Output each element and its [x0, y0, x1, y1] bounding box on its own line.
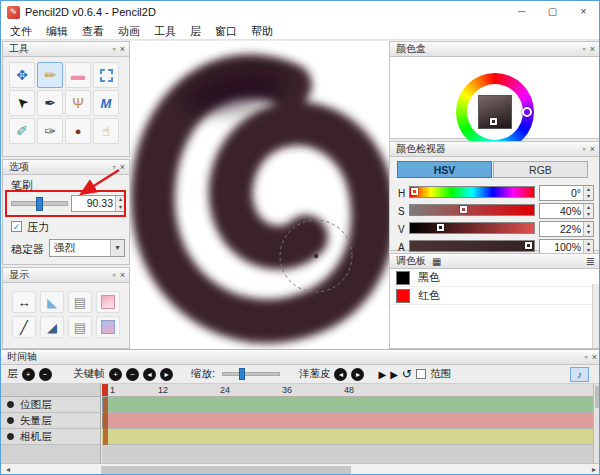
- menu-file[interactable]: 文件: [3, 23, 39, 40]
- palette-item-red[interactable]: 红色: [390, 287, 599, 305]
- frame-ruler[interactable]: 1 12 24 36 48: [102, 384, 593, 397]
- spin-arrows[interactable]: ▴▾: [583, 204, 593, 218]
- spin-up-icon[interactable]: ▴: [584, 204, 593, 211]
- overlay-angle-toggle[interactable]: ◣: [40, 291, 64, 313]
- track-vector[interactable]: [102, 413, 593, 429]
- hue-marker[interactable]: [522, 107, 532, 117]
- tool-cursor[interactable]: ➤: [9, 90, 35, 116]
- float-icon[interactable]: ▫: [113, 43, 116, 56]
- tool-pencil[interactable]: ✏: [37, 62, 63, 88]
- grid-view-icon[interactable]: ▦: [432, 256, 441, 267]
- mirror-v-toggle[interactable]: ╱: [12, 316, 36, 338]
- spin-up-icon[interactable]: ▴: [584, 186, 593, 193]
- onion-prev-button[interactable]: ◂: [334, 368, 347, 381]
- palette-scrollbar[interactable]: [592, 284, 599, 348]
- close-icon[interactable]: ×: [590, 43, 595, 56]
- tool-polyline[interactable]: M: [93, 90, 119, 116]
- range-checkbox[interactable]: [416, 369, 426, 379]
- layer-visibility-dot[interactable]: [7, 417, 14, 424]
- layer-row-camera[interactable]: 相机层: [1, 429, 100, 445]
- close-button[interactable]: ×: [568, 1, 599, 23]
- loop-icon[interactable]: ↺: [402, 367, 412, 381]
- saturation-slider[interactable]: [409, 204, 535, 216]
- hue-slider-marker[interactable]: [411, 188, 418, 195]
- track-bitmap[interactable]: [102, 397, 593, 413]
- alpha-slider[interactable]: [409, 240, 535, 252]
- scroll-left-icon[interactable]: ◂: [2, 464, 14, 475]
- tool-brush[interactable]: ●: [65, 118, 91, 144]
- vscroll-thumb[interactable]: [595, 386, 600, 408]
- spin-arrows[interactable]: ▴▾: [583, 240, 593, 254]
- tab-rgb[interactable]: RGB: [493, 161, 588, 178]
- onion-next-button[interactable]: ▸: [351, 368, 364, 381]
- maximize-button[interactable]: ▢: [537, 1, 568, 23]
- float-icon[interactable]: ▫: [585, 351, 588, 364]
- sv-marker[interactable]: [490, 118, 497, 125]
- hue-wheel[interactable]: [456, 73, 534, 151]
- play-end-button[interactable]: ▶: [390, 369, 398, 380]
- overlay-angle-toggle-2[interactable]: ◢: [40, 316, 64, 338]
- overlay-color-1[interactable]: [96, 291, 120, 313]
- add-keyframe-button[interactable]: +: [109, 368, 122, 381]
- tool-bucket[interactable]: ✑: [37, 118, 63, 144]
- remove-layer-button[interactable]: −: [39, 368, 52, 381]
- layer-visibility-dot[interactable]: [7, 401, 14, 408]
- value-slider-marker[interactable]: [437, 224, 444, 231]
- menu-window[interactable]: 窗口: [208, 23, 244, 40]
- add-layer-button[interactable]: +: [22, 368, 35, 381]
- spin-arrows[interactable]: ▴▾: [583, 186, 593, 200]
- track-camera[interactable]: [102, 429, 593, 445]
- playhead[interactable]: [102, 384, 108, 396]
- float-icon[interactable]: ▫: [583, 143, 586, 156]
- palette-item-black[interactable]: 黑色: [390, 269, 599, 287]
- spin-up-icon[interactable]: ▴: [584, 240, 593, 247]
- perspective-toggle-2[interactable]: ▤: [68, 316, 92, 338]
- layer-row-bitmap[interactable]: 位图层: [1, 397, 100, 413]
- tool-select[interactable]: [93, 62, 119, 88]
- hue-slider[interactable]: [409, 186, 535, 198]
- float-icon[interactable]: ▫: [583, 43, 586, 56]
- timeline-hscrollbar[interactable]: ◂ ▸: [1, 463, 600, 475]
- close-icon[interactable]: ×: [120, 269, 125, 282]
- hscroll-thumb[interactable]: [101, 466, 351, 475]
- spin-arrows[interactable]: ▴▾: [583, 222, 593, 236]
- value-spinbox[interactable]: 22% ▴▾: [539, 221, 594, 237]
- tool-move[interactable]: ✥: [9, 62, 35, 88]
- tool-eraser[interactable]: ▬: [65, 62, 91, 88]
- remove-keyframe-button[interactable]: −: [126, 368, 139, 381]
- saturation-spinbox[interactable]: 40% ▴▾: [539, 203, 594, 219]
- tool-smudge[interactable]: ✐: [9, 118, 35, 144]
- stabilizer-dropdown[interactable]: 强烈 ▾: [49, 239, 125, 257]
- next-keyframe-button[interactable]: ▸: [160, 368, 173, 381]
- close-icon[interactable]: ×: [120, 43, 125, 56]
- float-icon[interactable]: ▫: [113, 161, 116, 174]
- saturation-value-square[interactable]: [478, 95, 512, 129]
- pressure-checkbox[interactable]: ✓: [11, 221, 22, 232]
- menu-help[interactable]: 帮助: [244, 23, 280, 40]
- spin-down-icon[interactable]: ▾: [584, 229, 593, 236]
- layer-visibility-dot[interactable]: [7, 433, 14, 440]
- close-icon[interactable]: ×: [120, 161, 125, 174]
- float-icon[interactable]: ▫: [113, 269, 116, 282]
- layer-row-vector[interactable]: 矢量层: [1, 413, 100, 429]
- tool-pen[interactable]: ✒: [37, 90, 63, 116]
- overlay-color-2[interactable]: [96, 316, 120, 338]
- menu-tools[interactable]: 工具: [147, 23, 183, 40]
- spin-down-icon[interactable]: ▾: [584, 211, 593, 218]
- menu-layer[interactable]: 层: [183, 23, 208, 40]
- alpha-slider-marker[interactable]: [525, 242, 532, 249]
- zoom-slider-thumb[interactable]: [239, 368, 245, 380]
- sound-icon[interactable]: ♪: [570, 367, 589, 382]
- mirror-h-toggle[interactable]: ↔: [12, 291, 36, 313]
- saturation-slider-marker[interactable]: [460, 206, 467, 213]
- menu-view[interactable]: 查看: [75, 23, 111, 40]
- close-icon[interactable]: ×: [590, 143, 595, 156]
- minimize-button[interactable]: ─: [506, 1, 537, 23]
- tool-finger[interactable]: ☝: [93, 118, 119, 144]
- spin-up-icon[interactable]: ▴: [584, 222, 593, 229]
- value-slider[interactable]: [409, 222, 535, 234]
- timeline-tracks[interactable]: 1 12 24 36 48: [102, 384, 593, 463]
- prev-keyframe-button[interactable]: ◂: [143, 368, 156, 381]
- spin-down-icon[interactable]: ▾: [584, 193, 593, 200]
- menu-edit[interactable]: 编辑: [39, 23, 75, 40]
